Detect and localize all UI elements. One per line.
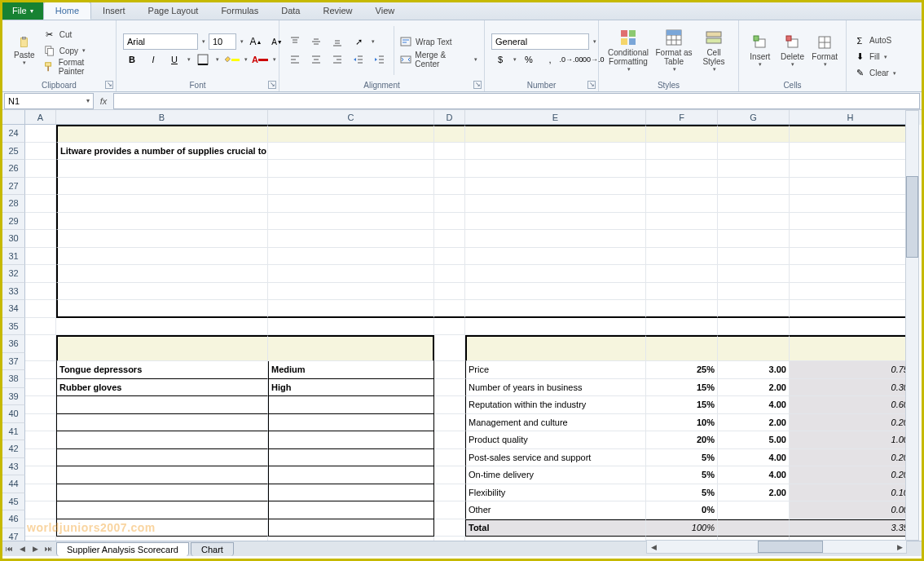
tab-page-layout[interactable]: Page Layout bbox=[137, 2, 210, 20]
cell[interactable] bbox=[25, 230, 56, 248]
cell[interactable]: Management and culture bbox=[465, 414, 646, 432]
cell[interactable] bbox=[434, 195, 465, 213]
vertical-scrollbar[interactable] bbox=[905, 110, 919, 541]
cell[interactable]: 4.00 bbox=[718, 449, 790, 467]
cell[interactable] bbox=[790, 230, 912, 248]
cell[interactable] bbox=[790, 335, 912, 361]
cell[interactable] bbox=[56, 501, 268, 519]
cell[interactable]: 0.20 bbox=[790, 449, 912, 467]
cell[interactable] bbox=[434, 484, 465, 502]
col-header-g[interactable]: G bbox=[718, 110, 790, 125]
horizontal-scrollbar[interactable]: ◀▶ bbox=[646, 540, 907, 554]
cell[interactable] bbox=[268, 449, 434, 467]
cell[interactable] bbox=[434, 361, 465, 379]
next-sheet-button[interactable]: ▶ bbox=[29, 542, 42, 555]
cell[interactable] bbox=[790, 125, 912, 143]
cell[interactable]: Tongue depressors bbox=[56, 361, 268, 379]
increase-decimal-button[interactable]: .0→.00 bbox=[562, 51, 580, 68]
cell[interactable] bbox=[268, 195, 434, 213]
font-size-input[interactable] bbox=[209, 33, 236, 50]
cell[interactable] bbox=[25, 318, 56, 336]
cell[interactable] bbox=[56, 484, 268, 502]
chevron-down-icon[interactable]: ▾ bbox=[86, 97, 90, 104]
dialog-launcher-clipboard[interactable]: ↘ bbox=[105, 81, 113, 89]
underline-button[interactable]: U bbox=[165, 51, 183, 68]
cell[interactable] bbox=[268, 125, 434, 143]
bold-button[interactable]: B bbox=[123, 51, 141, 68]
align-center-button[interactable] bbox=[307, 51, 325, 68]
cell[interactable]: 20% bbox=[646, 431, 718, 449]
cell[interactable] bbox=[56, 160, 268, 178]
cells-area[interactable]: Litware provides a number of supplies cr… bbox=[25, 125, 922, 541]
cell[interactable]: 0.20 bbox=[790, 414, 912, 432]
cell[interactable] bbox=[25, 265, 56, 283]
cell[interactable]: Total bbox=[465, 519, 646, 537]
cell[interactable] bbox=[25, 178, 56, 196]
conditional-formatting-button[interactable]: Conditional Formatting▾ bbox=[604, 24, 653, 77]
cell[interactable]: 5.00 bbox=[718, 431, 790, 449]
cell[interactable] bbox=[25, 379, 56, 397]
merge-center-button[interactable]: Merge & Center▾ bbox=[398, 51, 479, 68]
row-header[interactable]: 27 bbox=[2, 178, 25, 196]
dialog-launcher-alignment[interactable]: ↘ bbox=[473, 81, 482, 89]
cell[interactable] bbox=[25, 361, 56, 379]
copy-button[interactable]: Copy▾ bbox=[42, 42, 111, 59]
cell[interactable] bbox=[434, 160, 465, 178]
cell[interactable] bbox=[465, 178, 646, 196]
cell[interactable]: 3.00 bbox=[718, 361, 790, 379]
tab-view[interactable]: View bbox=[364, 2, 407, 20]
cell[interactable] bbox=[434, 283, 465, 301]
align-bottom-button[interactable] bbox=[328, 33, 346, 51]
cell[interactable]: 25% bbox=[646, 361, 718, 379]
dialog-launcher-number[interactable]: ↘ bbox=[587, 81, 596, 89]
cell[interactable] bbox=[268, 318, 434, 336]
fx-button[interactable]: fx bbox=[94, 96, 113, 106]
cell[interactable] bbox=[434, 449, 465, 467]
cell[interactable] bbox=[56, 125, 268, 143]
row-header[interactable]: 40 bbox=[2, 405, 25, 423]
row-header[interactable]: 35 bbox=[2, 318, 25, 336]
cell[interactable]: 0.30 bbox=[790, 379, 912, 397]
cell[interactable] bbox=[434, 431, 465, 449]
cell[interactable] bbox=[718, 230, 790, 248]
accounting-button[interactable]: $ bbox=[491, 51, 509, 68]
format-button[interactable]: Format▾ bbox=[808, 24, 841, 77]
cut-button[interactable]: ✂Cut bbox=[42, 26, 111, 42]
col-header-d[interactable]: D bbox=[434, 110, 465, 125]
cell[interactable] bbox=[790, 248, 912, 266]
chevron-down-icon[interactable]: ▾ bbox=[273, 56, 276, 63]
cell[interactable] bbox=[56, 230, 268, 248]
cell[interactable] bbox=[25, 195, 56, 213]
cell[interactable] bbox=[646, 265, 718, 283]
row-header[interactable]: 24 bbox=[2, 125, 25, 143]
cell[interactable] bbox=[646, 230, 718, 248]
cell[interactable] bbox=[268, 143, 434, 161]
row-header[interactable]: 33 bbox=[2, 283, 25, 301]
row-header[interactable]: 46 bbox=[2, 510, 25, 528]
cell[interactable] bbox=[434, 414, 465, 432]
cell[interactable]: 4.00 bbox=[718, 466, 790, 484]
cell[interactable] bbox=[268, 230, 434, 248]
cell[interactable] bbox=[465, 248, 646, 266]
cell[interactable] bbox=[646, 318, 718, 336]
cell[interactable] bbox=[434, 335, 465, 361]
cell[interactable] bbox=[646, 283, 718, 301]
cell-styles-button[interactable]: Cell Styles▾ bbox=[695, 24, 733, 77]
cell[interactable] bbox=[268, 178, 434, 196]
cell[interactable] bbox=[25, 414, 56, 432]
cell[interactable]: 4.00 bbox=[718, 396, 790, 414]
cell[interactable] bbox=[25, 213, 56, 231]
col-header-c[interactable]: C bbox=[268, 110, 434, 125]
row-header[interactable]: 36 bbox=[2, 335, 25, 353]
cell[interactable] bbox=[646, 143, 718, 161]
font-color-button[interactable]: A bbox=[251, 51, 269, 68]
cell[interactable] bbox=[718, 160, 790, 178]
cell[interactable] bbox=[434, 213, 465, 231]
cell[interactable] bbox=[465, 195, 646, 213]
cell[interactable] bbox=[56, 396, 268, 414]
cell[interactable]: 5% bbox=[646, 466, 718, 484]
cell[interactable] bbox=[56, 414, 268, 432]
fill-button[interactable]: ⬇Fill▾ bbox=[851, 49, 898, 65]
scrollbar-thumb[interactable] bbox=[758, 541, 823, 553]
cell[interactable] bbox=[646, 178, 718, 196]
